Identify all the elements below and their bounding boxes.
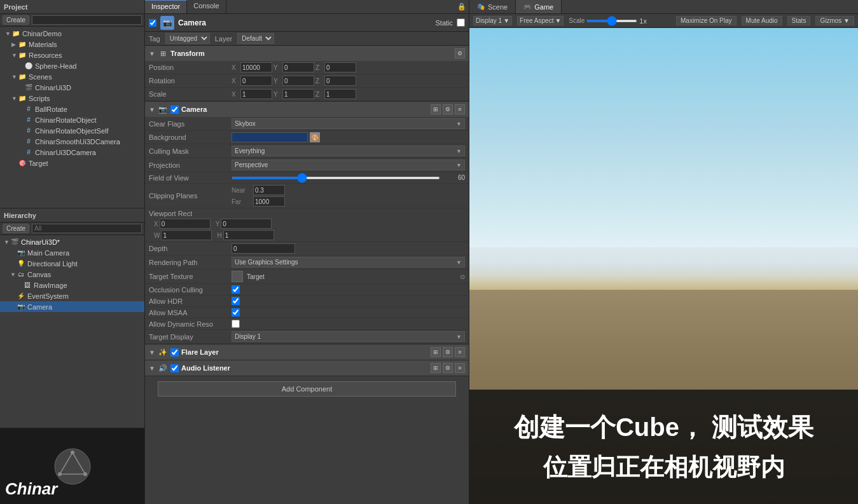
tree-item-chinarSmoothUi3DCamera[interactable]: # ChinarSmoothUi3DCamera	[0, 136, 144, 147]
occlusion-culling-checkbox[interactable]	[232, 285, 240, 294]
vp-x-input[interactable]	[160, 219, 211, 229]
target-display-dropdown[interactable]: Display 1 ▼	[232, 331, 465, 342]
hier-item-eventSystem[interactable]: ⚡ EventSystem	[0, 290, 144, 301]
layer-select[interactable]: Default	[237, 33, 274, 44]
display-dropdown[interactable]: Display 1 ▼	[473, 16, 512, 25]
target-texture-thumb	[232, 271, 243, 282]
background-color-swatch[interactable]	[232, 132, 308, 142]
prop-background: Background 🎨	[145, 131, 469, 144]
audio-listener-more-icon[interactable]: ≡	[455, 363, 465, 373]
vp-h-input[interactable]	[223, 230, 274, 240]
rot-z-input[interactable]: 0	[324, 76, 356, 86]
stats-btn[interactable]: Stats	[787, 16, 811, 25]
pos-y-input[interactable]: 0	[282, 62, 314, 72]
tree-item-chinarRotateObjectSelf[interactable]: # ChinarRotateObjectSelf	[0, 125, 144, 136]
rot-y-input[interactable]: 0	[282, 76, 314, 86]
camera-more-icon[interactable]: ≡	[455, 104, 465, 114]
component-audio-listener: ▼ 🔊 Audio Listener ⊞ ⚙ ≡	[145, 360, 469, 376]
scale-y-input[interactable]: 1	[282, 89, 314, 99]
display-label: Display 1	[476, 17, 502, 24]
tree-item-chinarDemo[interactable]: ▼ 📁 ChinarDemo	[0, 28, 144, 39]
rot-x-input[interactable]: 0	[240, 76, 272, 86]
inspector-tab-controls: 🔒	[455, 0, 469, 13]
scale-x-input[interactable]: 1	[240, 89, 272, 99]
allow-msaa-value	[232, 308, 465, 317]
tree-item-sphereHead[interactable]: ⚪ Sphere-Head	[0, 60, 144, 71]
pos-z-input[interactable]: 0	[324, 62, 356, 72]
tree-item-ballRotate[interactable]: # BallRotate	[0, 104, 144, 114]
pos-x-input[interactable]: 10000	[240, 62, 272, 72]
project-create-btn[interactable]: Create	[3, 15, 29, 25]
gizmos-btn[interactable]: Gizmos ▼	[815, 16, 854, 25]
static-checkbox[interactable]	[457, 18, 465, 27]
far-input[interactable]	[253, 196, 285, 207]
tree-item-scenes[interactable]: ▼ 📁 Scenes	[0, 71, 144, 82]
near-input[interactable]	[253, 185, 285, 195]
tab-game[interactable]: 🎮 Game	[516, 0, 562, 13]
tag-select[interactable]: Untagged	[165, 33, 210, 44]
script-icon-chinarUi3DCamera: #	[24, 148, 33, 157]
camera-header[interactable]: ▼ 📷 Camera ⊞ ⚙ ≡	[145, 102, 469, 117]
audio-listener-header[interactable]: ▼ 🔊 Audio Listener ⊞ ⚙ ≡	[145, 360, 469, 376]
allow-hdr-checkbox[interactable]	[232, 297, 240, 305]
flare-layer-enabled-checkbox[interactable]	[170, 348, 179, 357]
hier-item-rawImage[interactable]: 🖼 RawImage	[0, 280, 144, 290]
vp-w-input[interactable]	[161, 230, 212, 240]
scale-z-input[interactable]: 1	[324, 89, 356, 99]
clipping-near-row: Near	[232, 185, 285, 195]
scale-slider[interactable]	[586, 20, 637, 22]
mute-audio-btn[interactable]: Mute Audio	[742, 16, 782, 25]
hier-item-camera[interactable]: 📷 Camera	[0, 301, 144, 312]
object-active-checkbox[interactable]	[149, 19, 156, 27]
tree-item-chinarRotateObject[interactable]: # ChinarRotateObject	[0, 114, 144, 125]
clear-flags-dropdown[interactable]: Skybox ▼	[232, 118, 465, 129]
camera-settings-icon[interactable]: ⚙	[443, 104, 453, 114]
transform-settings-icon[interactable]: ⚙	[455, 48, 465, 58]
tree-item-chinarUi3DScene[interactable]: 🎬 ChinarUi3D	[0, 82, 144, 93]
scale-control: Scale 1x	[569, 17, 647, 25]
hierarchy-create-btn[interactable]: Create	[3, 224, 29, 233]
tree-item-scripts[interactable]: ▼ 📁 Scripts	[0, 93, 144, 104]
camera-enabled-checkbox[interactable]	[170, 106, 179, 114]
allow-msaa-checkbox[interactable]	[232, 308, 240, 317]
tree-item-resources[interactable]: ▼ 📁 Resources	[0, 50, 144, 60]
culling-mask-dropdown[interactable]: Everything ▼	[232, 146, 465, 156]
folder-icon-scripts: 📁	[18, 94, 27, 103]
hier-item-chinarUi3DRoot[interactable]: ▼ 🎬 ChinarUi3D*	[0, 236, 144, 247]
transform-header[interactable]: ▼ ⊞ Transform ⚙	[145, 46, 469, 61]
audio-listener-settings-icon[interactable]: ⚙	[443, 363, 453, 373]
projection-dropdown[interactable]: Perspective ▼	[232, 160, 465, 170]
tree-label-chinarUi3DCamera: ChinarUi3DCamera	[35, 149, 96, 156]
tree-item-materials[interactable]: ▶ 📁 Materials	[0, 39, 144, 50]
hier-item-canvas[interactable]: ▼ 🗂 Canvas	[0, 269, 144, 280]
tree-item-chinarUi3DCamera[interactable]: # ChinarUi3DCamera	[0, 147, 144, 158]
hier-item-directionalLight[interactable]: 💡 Directional Light	[0, 258, 144, 269]
flare-layer-more-icon[interactable]: ≡	[455, 347, 465, 357]
camera-ref-icon[interactable]: ⊞	[431, 104, 441, 114]
tab-scene[interactable]: 🎭 Scene	[469, 0, 516, 13]
fov-slider[interactable]	[232, 177, 440, 179]
tab-inspector[interactable]: Inspector	[145, 0, 187, 13]
target-texture-select-btn[interactable]: ⊙	[460, 273, 465, 280]
depth-input[interactable]	[232, 243, 295, 254]
aspect-dropdown[interactable]: Free Aspect ▼	[517, 16, 564, 25]
tree-item-target[interactable]: 🎯 Target	[0, 158, 144, 168]
audio-listener-ref-icon[interactable]: ⊞	[431, 363, 441, 373]
hier-item-mainCamera[interactable]: 📷 Main Camera	[0, 247, 144, 258]
flare-layer-settings-icon[interactable]: ⚙	[443, 347, 453, 357]
prop-fov: Field of View 60	[145, 172, 469, 184]
maximize-on-play-btn[interactable]: Maximize On Play	[676, 16, 737, 25]
add-component-button[interactable]: Add Component	[158, 381, 456, 397]
hierarchy-search-input[interactable]	[32, 224, 142, 233]
vp-y-input[interactable]	[221, 219, 272, 229]
background-color-picker-btn[interactable]: 🎨	[310, 132, 320, 142]
inspector-lock-icon[interactable]: 🔒	[457, 3, 466, 11]
rendering-path-dropdown[interactable]: Use Graphics Settings ▼	[232, 257, 465, 268]
flare-layer-header[interactable]: ▼ ✨ Flare Layer ⊞ ⚙ ≡	[145, 344, 469, 360]
projection-label: Projection	[149, 161, 232, 169]
project-search-input[interactable]	[32, 15, 142, 25]
allow-dynamic-reso-checkbox[interactable]	[232, 320, 240, 328]
flare-layer-ref-icon[interactable]: ⊞	[431, 347, 441, 357]
tab-console[interactable]: Console	[187, 0, 226, 13]
audio-listener-enabled-checkbox[interactable]	[170, 364, 179, 372]
